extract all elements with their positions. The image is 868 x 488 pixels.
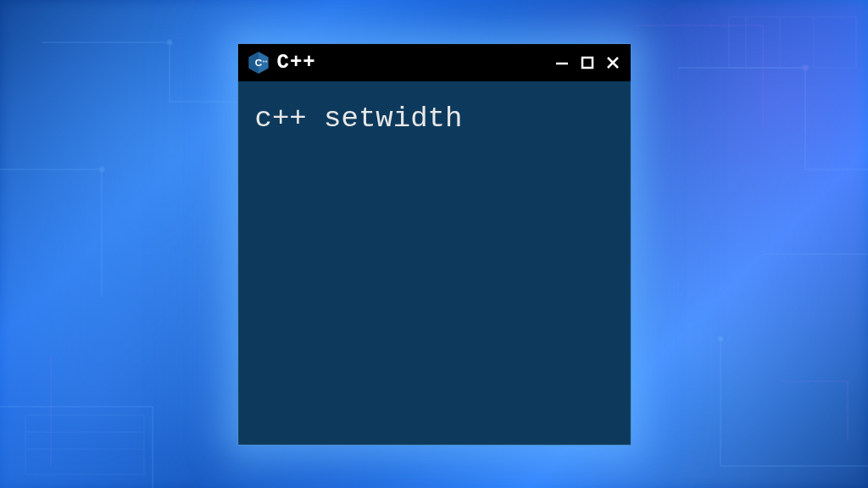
svg-point-0	[167, 40, 172, 45]
svg-text:+: +	[264, 59, 267, 64]
app-window: C + + C++ c++ setwidth	[237, 43, 632, 446]
svg-point-3	[718, 336, 723, 341]
close-button[interactable]	[604, 53, 622, 72]
maximize-button[interactable]	[578, 53, 597, 72]
svg-point-1	[99, 167, 104, 172]
window-title: C++	[277, 51, 316, 74]
titlebar[interactable]: C + + C++	[238, 44, 631, 81]
svg-rect-5	[729, 17, 856, 68]
cpp-logo-icon: C + +	[247, 51, 270, 75]
content-text: c++ setwidth	[255, 100, 614, 137]
window-controls	[553, 53, 622, 72]
svg-text:C: C	[254, 56, 262, 67]
svg-rect-17	[582, 58, 593, 68]
svg-rect-4	[25, 415, 144, 474]
content-area: c++ setwidth	[238, 81, 631, 445]
minimize-button[interactable]	[553, 53, 571, 72]
